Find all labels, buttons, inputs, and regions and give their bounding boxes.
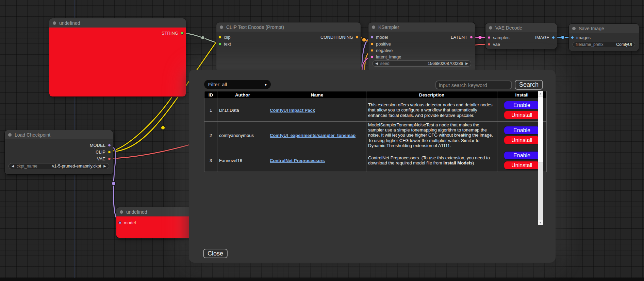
input-label: latent_image <box>376 54 401 59</box>
output-port-clip[interactable]: CLIP <box>96 148 111 155</box>
node-vae-decode[interactable]: VAE Decode samples vae IMAGE <box>485 23 557 49</box>
node-ksampler[interactable]: KSampler model positive negative latent_… <box>368 22 475 72</box>
vae-port-dot[interactable] <box>108 157 111 160</box>
node-title: undefined <box>126 209 147 215</box>
column-header-name: Name <box>268 91 366 99</box>
input-port-text[interactable]: text <box>218 40 231 47</box>
node-undefined-1[interactable]: undefined STRING <box>49 18 186 96</box>
node-header[interactable]: VAE Decode <box>485 23 557 32</box>
output-port-conditioning[interactable]: CONDITIONING <box>320 34 359 40</box>
input-port-model[interactable]: model <box>118 219 136 226</box>
input-port-latent-image[interactable]: latent_image <box>370 53 401 60</box>
extension-link[interactable]: ControlNet Preprocessors <box>270 158 325 163</box>
model-port-dot[interactable] <box>118 221 121 224</box>
enable-button[interactable]: Enable <box>504 126 540 135</box>
images-port-dot[interactable] <box>571 36 574 39</box>
node-load-checkpoint[interactable]: Load Checkpoint MODEL CLIP VAE ◀ ckpt_na… <box>5 130 113 174</box>
row-description: ControlNet Preprocessors. (To use this e… <box>366 149 497 172</box>
model-port-dot[interactable] <box>370 36 374 39</box>
ckpt-name-widget[interactable]: ◀ ckpt_name v1-5-pruned-emaonly.ckpt ▶ <box>9 163 109 169</box>
input-label: positive <box>376 41 391 47</box>
extension-row: 2comfyanonymousComfyUI_experiments/sampl… <box>204 122 547 149</box>
extension-link[interactable]: ComfyUI_experiments/sampler_tonemap <box>270 133 356 138</box>
node-title: Save Image <box>579 26 604 31</box>
node-header[interactable]: CLIP Text Encode (Prompt) <box>216 22 361 32</box>
vae-port-dot[interactable] <box>488 43 491 46</box>
extension-row: 1Dr.Lt.DataComfyUI Impact PackThis exten… <box>204 99 547 122</box>
node-title: VAE Decode <box>495 25 522 31</box>
extension-link[interactable]: ComfyUI Impact Pack <box>270 108 315 113</box>
input-port-clip[interactable]: clip <box>218 34 231 40</box>
node-save-image[interactable]: Save Image images filename_prefix ComfyU… <box>569 24 639 51</box>
node-clip-text-encode[interactable]: CLIP Text Encode (Prompt) clip text COND… <box>216 22 361 72</box>
negative-port-dot[interactable] <box>370 49 374 52</box>
node-header[interactable]: Save Image <box>569 24 639 33</box>
input-port-samples[interactable]: samples <box>488 34 509 41</box>
latent-port-dot[interactable] <box>470 36 473 39</box>
node-collapse-dot[interactable] <box>220 25 223 29</box>
filter-select[interactable]: Filter: all ▾ <box>204 80 271 89</box>
extension-row: 3Fannovel16ControlNet PreprocessorsContr… <box>204 149 547 172</box>
scroll-down-icon[interactable]: ▼ <box>538 220 543 225</box>
image-port-dot[interactable] <box>552 36 555 39</box>
node-header[interactable]: undefined <box>49 18 186 28</box>
row-id: 2 <box>204 122 217 149</box>
output-label: IMAGE <box>535 35 549 40</box>
input-port-model[interactable]: model <box>370 34 388 40</box>
conditioning-port-dot[interactable] <box>356 36 359 39</box>
output-port-vae[interactable]: VAE <box>97 155 111 162</box>
input-label: text <box>224 41 231 47</box>
uninstall-button[interactable]: Uninstall <box>504 136 540 144</box>
row-author: Fannovel16 <box>217 149 268 172</box>
text-port-dot[interactable] <box>218 42 221 46</box>
search-button[interactable]: Search <box>515 80 543 90</box>
node-collapse-dot[interactable] <box>372 25 375 29</box>
latent-image-port-dot[interactable] <box>370 55 374 58</box>
widget-increment-icon[interactable]: ▶ <box>103 164 106 168</box>
node-collapse-dot[interactable] <box>572 27 576 30</box>
model-port-dot[interactable] <box>108 144 111 147</box>
samples-port-dot[interactable] <box>488 36 491 39</box>
input-port-images[interactable]: images <box>571 34 591 41</box>
node-collapse-dot[interactable] <box>120 210 123 214</box>
node-body: STRING <box>49 28 186 96</box>
widget-decrement-icon[interactable]: ◀ <box>12 164 14 168</box>
input-port-vae[interactable]: vae <box>488 41 500 48</box>
node-header[interactable]: KSampler <box>368 22 475 32</box>
output-port-string[interactable]: STRING <box>162 30 184 36</box>
node-title: CLIP Text Encode (Prompt) <box>226 24 284 30</box>
close-button[interactable]: Close <box>203 249 228 258</box>
enable-button[interactable]: Enable <box>504 151 540 160</box>
widget-decrement-icon[interactable]: ◀ <box>375 62 378 65</box>
scrollbar-thumb[interactable] <box>538 96 543 162</box>
scroll-up-icon[interactable]: ▲ <box>538 91 543 96</box>
table-scrollbar[interactable]: ▲ ▼ <box>538 91 543 225</box>
input-port-negative[interactable]: negative <box>370 47 393 54</box>
node-collapse-dot[interactable] <box>53 21 56 25</box>
widget-value: v1-5-pruned-emaonly.ckpt <box>52 164 101 169</box>
node-collapse-dot[interactable] <box>489 26 492 30</box>
output-port-latent[interactable]: LATENT <box>451 34 473 40</box>
node-header[interactable]: Load Checkpoint <box>5 130 113 139</box>
node-collapse-dot[interactable] <box>8 133 12 137</box>
filename-prefix-widget[interactable]: filename_prefix ComfyUI <box>573 42 635 47</box>
uninstall-button[interactable]: Uninstall <box>504 161 540 170</box>
widget-increment-icon[interactable]: ▶ <box>465 62 468 65</box>
uninstall-button[interactable]: Uninstall <box>504 111 540 119</box>
enable-button[interactable]: Enable <box>504 101 540 109</box>
clip-port-dot[interactable] <box>108 151 111 154</box>
positive-port-dot[interactable] <box>370 42 374 46</box>
seed-widget[interactable]: ◀ seed 156680208700286 ▶ <box>372 60 471 67</box>
output-port-image[interactable]: IMAGE <box>535 34 555 41</box>
extensions-table-head-row: IDAuthorNameDescriptionInstall <box>204 91 547 99</box>
extensions-table-container: IDAuthorNameDescriptionInstall 1Dr.Lt.Da… <box>204 91 543 225</box>
input-port-positive[interactable]: positive <box>370 40 391 47</box>
clip-port-dot[interactable] <box>218 36 221 39</box>
input-label: model <box>124 220 136 225</box>
row-description: ModelSamplerTonemapNoiseTest a node that… <box>366 122 497 149</box>
search-input[interactable] <box>435 81 512 89</box>
output-port-model[interactable]: MODEL <box>90 142 111 148</box>
row-id: 1 <box>204 99 217 122</box>
string-port-dot[interactable] <box>181 32 184 35</box>
input-label: negative <box>376 48 393 53</box>
